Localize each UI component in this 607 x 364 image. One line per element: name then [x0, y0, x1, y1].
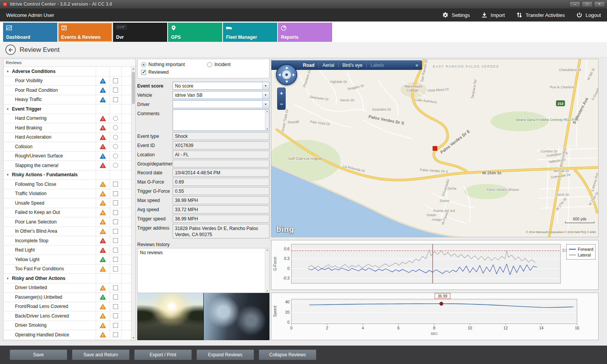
review-item-radio[interactable]	[113, 116, 118, 121]
review-item-row[interactable]: Rough/Uneven Surface!	[3, 152, 131, 161]
review-item-row[interactable]: Heavy Traffic!	[3, 95, 131, 105]
review-item-row[interactable]: Collision!	[3, 142, 131, 152]
review-item-checkbox[interactable]	[113, 304, 118, 309]
map-toolbar-collapse-icon[interactable]: «	[412, 62, 422, 68]
review-item-checkbox[interactable]	[113, 97, 118, 102]
minimize-button[interactable]: –	[569, 1, 580, 7]
review-item-row[interactable]: Passenger(s) Unbelted!	[3, 293, 131, 302]
review-item-row[interactable]: Driver Smoking!	[3, 321, 131, 331]
review-item-row[interactable]: Operating Handled Device!	[3, 330, 131, 340]
review-item-checkbox[interactable]	[113, 257, 118, 262]
forward-camera-thumbnail[interactable]	[137, 293, 203, 340]
review-item-row[interactable]: Unsafe Speed!	[3, 199, 131, 208]
review-item-checkbox[interactable]	[113, 219, 118, 224]
pan-north-icon[interactable]	[285, 66, 288, 69]
save-and-return-button[interactable]: Save and Return	[72, 349, 130, 360]
review-item-checkbox[interactable]	[113, 295, 118, 299]
review-item-checkbox[interactable]	[113, 210, 118, 215]
dropdown-arrow-icon[interactable]: ▼	[262, 92, 269, 98]
vehicle-select[interactable]: idrive Van SB▼	[173, 91, 269, 99]
review-item-row[interactable]: Traffic Violation!	[3, 189, 131, 199]
review-item-row[interactable]: Poor Lane Selection!	[3, 217, 131, 227]
review-item-radio[interactable]	[113, 125, 118, 130]
zoom-out-button[interactable]: −	[280, 101, 283, 107]
collapse-reviews-button[interactable]: Collapse Reviews	[259, 349, 316, 360]
review-item-row[interactable]: Poor Road Condition!	[3, 86, 131, 95]
scroll-down-icon[interactable]: ▼	[131, 336, 135, 340]
collapse-arrow-icon[interactable]: ▾	[3, 69, 12, 73]
review-item-checkbox[interactable]	[113, 78, 118, 83]
dropdown-arrow-icon[interactable]: ▼	[262, 101, 269, 108]
pan-east-icon[interactable]	[293, 73, 295, 76]
review-group-row[interactable]: ▾Adverse Conditions	[3, 67, 131, 76]
tab-gps[interactable]: GPS	[168, 23, 222, 42]
review-item-row[interactable]: Yellow Light!	[3, 255, 131, 265]
dropdown-arrow-icon[interactable]: ▼	[262, 83, 269, 89]
review-item-row[interactable]: Back/Driver Lens Covered!	[3, 311, 131, 321]
collapse-arrow-icon[interactable]: ▾	[3, 173, 12, 177]
review-item-row[interactable]: In Other's Blind Area!	[3, 227, 131, 237]
review-item-row[interactable]: Hard Braking!	[3, 123, 131, 133]
map-viewport[interactable]: EAST RANCHO PALOS VERDESMarymountCollege…	[271, 59, 599, 237]
tab-fleet-manager[interactable]: Fleet Manager	[223, 23, 277, 42]
reviewed-checkbox[interactable]	[141, 70, 146, 75]
review-item-row[interactable]: Front/Road Lens Covered!	[3, 302, 131, 312]
reviews-history-scrollbar[interactable]: ▲▼	[265, 248, 269, 293]
review-item-checkbox[interactable]	[113, 313, 118, 318]
export-print-button[interactable]: Export / Print	[134, 349, 192, 360]
review-item-radio[interactable]	[113, 135, 118, 140]
review-group-row[interactable]: ▾Event Trigger	[3, 104, 131, 114]
review-item-row[interactable]: Hard Acceleration!	[3, 133, 131, 142]
driver-select[interactable]: ▼	[173, 100, 269, 108]
reviews-scrollbar[interactable]: ▲ ▼	[131, 67, 135, 340]
review-item-row[interactable]: Hard Cornering!	[3, 114, 131, 124]
review-item-row[interactable]: Poor Visibility!	[3, 76, 131, 86]
review-group-row[interactable]: ▾Risky and Other Actions	[3, 274, 131, 283]
review-item-row[interactable]: Failed to Keep an Out!	[3, 208, 131, 218]
logout-button[interactable]: Logout	[576, 12, 601, 18]
zoom-in-button[interactable]: +	[280, 91, 283, 96]
comments-scrollbar[interactable]: ▲▼	[265, 110, 269, 131]
review-item-row[interactable]: Red Light!	[3, 246, 131, 255]
close-button[interactable]: ×	[594, 1, 605, 7]
tab-dvr[interactable]: DVR Dvr	[113, 23, 167, 42]
collapse-arrow-icon[interactable]: ▾	[3, 276, 12, 280]
tab-events-reviews[interactable]: Events & Reviews	[58, 23, 112, 42]
map-compass-control[interactable]	[276, 64, 297, 85]
settings-button[interactable]: Settings	[442, 12, 470, 18]
review-item-checkbox[interactable]	[113, 238, 118, 243]
review-item-row[interactable]: Driver Unbelted!	[3, 283, 131, 293]
review-item-checkbox[interactable]	[113, 248, 118, 253]
comments-input[interactable]: ▲▼	[173, 109, 269, 131]
review-item-row[interactable]: Slapping the camera!!	[3, 161, 131, 170]
review-item-row[interactable]: Following Too Close!	[3, 180, 131, 189]
import-button[interactable]: Import	[481, 12, 505, 18]
event-score-select[interactable]: No score▼	[173, 82, 269, 90]
incident-radio[interactable]	[207, 62, 212, 67]
review-item-radio[interactable]	[113, 154, 118, 159]
scrollbar-thumb[interactable]	[132, 72, 135, 104]
review-item-radio[interactable]	[113, 144, 118, 149]
review-item-checkbox[interactable]	[113, 332, 118, 337]
map-view-road[interactable]: Road	[299, 63, 318, 68]
map-view-aerial[interactable]: Aerial	[318, 63, 338, 68]
transfer-activities-button[interactable]: Transfer Activities	[516, 12, 565, 18]
maximize-button[interactable]: □	[582, 1, 593, 7]
save-button[interactable]: Save	[10, 349, 67, 360]
review-group-row[interactable]: ▾Risky Actions - Fundamentals	[3, 170, 131, 180]
review-item-checkbox[interactable]	[113, 229, 118, 234]
scroll-up-icon[interactable]: ▲	[131, 67, 135, 71]
tab-dashboard[interactable]: Dashboard	[3, 23, 57, 42]
review-item-checkbox[interactable]	[113, 182, 118, 187]
map-view-labels[interactable]: Labels	[366, 63, 388, 68]
review-item-checkbox[interactable]	[113, 285, 118, 290]
pan-south-icon[interactable]	[285, 81, 288, 83]
pan-west-icon[interactable]	[278, 73, 281, 76]
nothing-important-radio[interactable]	[141, 62, 146, 67]
review-item-checkbox[interactable]	[113, 266, 118, 271]
expand-reviews-button[interactable]: Expand Reviews	[196, 349, 254, 360]
review-item-checkbox[interactable]	[113, 191, 118, 196]
review-item-checkbox[interactable]	[113, 323, 118, 328]
back-button[interactable]	[5, 45, 16, 55]
cabin-camera-thumbnail[interactable]	[204, 293, 270, 340]
